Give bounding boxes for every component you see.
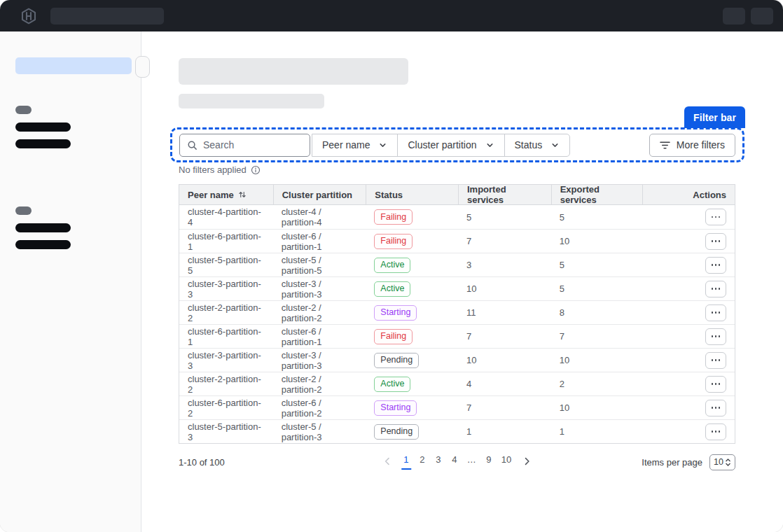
column-header-actions: Actions xyxy=(642,185,735,204)
app-window: Filter bar Peer name xyxy=(0,0,783,532)
cell-cluster-partition: cluster-6 / partition-1 xyxy=(273,230,366,253)
table-header-row: Peer name Cluster partition Status Impor… xyxy=(179,185,735,205)
search-box[interactable] xyxy=(179,134,310,157)
cell-exported-services: 2 xyxy=(551,372,643,396)
cell-actions xyxy=(642,396,735,419)
table-row: cluster-2-partition-2 cluster-2 / partit… xyxy=(179,300,735,324)
cell-status: Active xyxy=(366,277,458,300)
info-icon[interactable] xyxy=(251,165,261,175)
column-header-peer-name[interactable]: Peer name xyxy=(179,185,273,204)
table-row: cluster-3-partition-3 cluster-3 / partit… xyxy=(179,276,735,300)
cell-imported-services: 5 xyxy=(458,205,551,229)
cell-exported-services: 5 xyxy=(551,205,643,229)
filter-dropdown-label: Peer name xyxy=(322,139,370,150)
cell-exported-services: 7 xyxy=(551,325,643,348)
cell-peer-name: cluster-5-partition-5 xyxy=(179,253,273,276)
previous-page-icon[interactable] xyxy=(380,456,395,466)
cell-cluster-partition: cluster-3 / partition-3 xyxy=(273,277,366,300)
hashicorp-logo-icon[interactable] xyxy=(20,7,38,25)
table-row: cluster-3-partition-3 cluster-3 / partit… xyxy=(179,348,735,372)
cell-peer-name: cluster-4-partition-4 xyxy=(179,205,273,229)
stepper-icon xyxy=(725,458,731,467)
items-per-page-select[interactable]: 10 xyxy=(709,454,735,470)
chevron-down-icon xyxy=(485,141,494,150)
next-page-icon[interactable] xyxy=(519,456,534,466)
page-number[interactable]: 9 xyxy=(484,453,494,470)
filter-dropdown[interactable]: Cluster partition xyxy=(397,134,504,156)
cell-status: Failing xyxy=(366,205,458,229)
cell-status: Failing xyxy=(366,325,458,348)
page-number[interactable]: 1 xyxy=(401,453,411,470)
row-overflow-menu-button[interactable] xyxy=(705,400,726,416)
pager: 1 2 3 4 … 9 10 xyxy=(380,453,534,470)
cell-status: Pending xyxy=(366,420,458,443)
cell-exported-services: 8 xyxy=(551,301,643,324)
status-badge: Failing xyxy=(374,329,413,344)
filter-dropdown-label: Status xyxy=(515,139,543,150)
cell-cluster-partition: cluster-2 / partition-2 xyxy=(273,372,366,396)
table-row: cluster-6-partition-1 cluster-6 / partit… xyxy=(179,324,735,348)
cell-peer-name: cluster-6-partition-1 xyxy=(179,325,273,348)
status-badge: Starting xyxy=(374,305,417,321)
status-badge: Failing xyxy=(374,234,413,249)
cell-exported-services: 10 xyxy=(551,230,643,253)
cell-actions xyxy=(642,230,735,253)
search-icon xyxy=(187,140,198,150)
sidebar-skeleton-nav-item xyxy=(15,223,71,232)
topbar-skeleton-title xyxy=(50,8,164,24)
cell-actions xyxy=(642,420,735,443)
status-badge: Active xyxy=(374,377,410,392)
cell-imported-services: 10 xyxy=(458,277,551,300)
more-filters-button[interactable]: More filters xyxy=(649,134,735,157)
filter-dropdown[interactable]: Status xyxy=(504,134,570,156)
page-number[interactable]: 3 xyxy=(434,453,443,470)
status-badge: Pending xyxy=(374,353,419,368)
page-number[interactable]: … xyxy=(466,453,478,470)
sidebar-toggle-handle[interactable] xyxy=(135,56,150,78)
filter-dropdown[interactable]: Peer name xyxy=(312,134,397,156)
pagination-bar: 1-10 of 100 1 2 3 4 … xyxy=(179,453,735,471)
cell-imported-services: 10 xyxy=(458,349,551,372)
table-row: cluster-6-partition-1 cluster-6 / partit… xyxy=(179,229,735,253)
page-number[interactable]: 2 xyxy=(417,453,427,470)
row-overflow-menu-button[interactable] xyxy=(705,352,726,369)
topbar-skeleton-action xyxy=(723,8,745,24)
row-overflow-menu-button[interactable] xyxy=(705,304,726,321)
page-number[interactable]: 4 xyxy=(450,453,459,470)
cell-imported-services: 3 xyxy=(458,253,551,276)
topbar-skeleton-action xyxy=(751,8,773,24)
row-overflow-menu-button[interactable] xyxy=(705,257,726,274)
row-overflow-menu-button[interactable] xyxy=(705,209,726,225)
cell-actions xyxy=(642,253,735,276)
cell-imported-services: 7 xyxy=(458,396,551,419)
row-overflow-menu-button[interactable] xyxy=(705,424,726,440)
row-overflow-menu-button[interactable] xyxy=(705,281,726,298)
sidebar xyxy=(0,31,141,532)
cell-status: Starting xyxy=(366,396,458,419)
filter-bar-annotation-badge: Filter bar xyxy=(684,106,745,128)
page-subtitle-skeleton xyxy=(179,94,324,108)
chevron-down-icon xyxy=(550,141,560,150)
cell-imported-services: 1 xyxy=(458,420,551,443)
sort-icon xyxy=(238,190,247,199)
search-input[interactable] xyxy=(203,139,303,150)
cell-imported-services: 11 xyxy=(458,301,551,324)
cell-exported-services: 1 xyxy=(551,420,643,443)
table-row: cluster-4-partition-4 cluster-4 / partit… xyxy=(179,205,735,229)
cell-exported-services: 10 xyxy=(551,396,643,419)
cell-peer-name: cluster-3-partition-3 xyxy=(179,277,273,300)
table-row: cluster-6-partition-2 cluster-6 / partit… xyxy=(179,396,735,419)
page-number[interactable]: 10 xyxy=(500,453,513,470)
more-filters-label: More filters xyxy=(677,139,725,150)
row-overflow-menu-button[interactable] xyxy=(705,328,726,345)
cell-peer-name: cluster-5-partition-3 xyxy=(179,420,273,443)
column-header-exported-services: Exported services xyxy=(551,185,643,204)
cell-cluster-partition: cluster-5 / partition-5 xyxy=(273,253,366,276)
filter-status-line: No filters applied xyxy=(179,164,261,175)
cell-exported-services: 5 xyxy=(551,277,643,300)
row-overflow-menu-button[interactable] xyxy=(705,376,726,393)
row-overflow-menu-button[interactable] xyxy=(705,233,726,250)
main-content: Filter bar Peer name xyxy=(141,31,783,532)
no-filters-text: No filters applied xyxy=(179,164,247,175)
cell-actions xyxy=(642,205,735,229)
